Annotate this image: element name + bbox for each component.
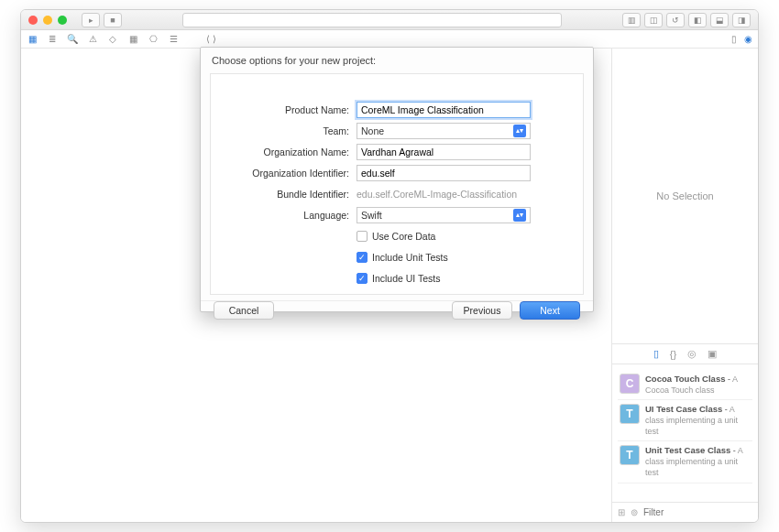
- folder-icon[interactable]: ▦: [27, 34, 38, 44]
- org-name-label: Organization Name:: [225, 147, 349, 157]
- new-project-sheet: Choose options for your new project: Pro…: [200, 47, 594, 312]
- no-selection-label: No Selection: [656, 190, 713, 201]
- sheet-footer: Cancel Previous Next: [201, 300, 593, 320]
- inspector-panel: No Selection ▯ {} ◎ ▣ C Cocoa Touch Clas…: [611, 49, 758, 522]
- minimize-icon[interactable]: [43, 16, 52, 25]
- quick-help-icon[interactable]: ◉: [744, 34, 752, 44]
- org-id-input[interactable]: [357, 165, 531, 181]
- bundle-id-value: edu.self.CoreML-Image-Classification: [357, 189, 517, 200]
- traffic-lights: [28, 16, 67, 25]
- language-select[interactable]: Swift ▴▾: [357, 207, 531, 223]
- team-label: Team:: [225, 125, 349, 136]
- test-icon[interactable]: ◇: [107, 34, 118, 44]
- toolbar: ▦ ≣ 🔍 ⚠ ◇ ▦ ⎔ ☰ ⟨ ⟩ ▯ ◉: [21, 30, 758, 49]
- zoom-icon[interactable]: [58, 16, 67, 25]
- navigator-tabs: ▦ ≣ 🔍 ⚠ ◇ ▦ ⎔ ☰: [27, 34, 179, 44]
- file-template-icon[interactable]: ▯: [653, 348, 659, 360]
- navigator-panel: [21, 49, 159, 522]
- search-icon[interactable]: 🔍: [67, 34, 78, 44]
- object-library-icon[interactable]: ◎: [687, 348, 697, 360]
- team-select[interactable]: None ▴▾: [357, 123, 531, 139]
- library-list: C Cocoa Touch Class - A Cocoa Touch clas…: [612, 364, 758, 502]
- language-value: Swift: [361, 210, 382, 221]
- test-class-icon: T: [620, 404, 640, 424]
- language-label: Language:: [225, 210, 349, 221]
- inspector-empty: No Selection: [612, 49, 758, 344]
- library-tabs: ▯ {} ◎ ▣: [612, 344, 758, 364]
- panel-right-icon[interactable]: ◨: [732, 13, 751, 27]
- close-icon[interactable]: [28, 16, 38, 25]
- xcode-window: ▸ ■ ▥ ◫ ↺ ◧ ⬓ ◨ ▦ ≣ 🔍 ⚠ ◇ ▦ ⎔ ☰ ⟨ ⟩ ▯ ◉: [20, 9, 759, 523]
- product-name-label: Product Name:: [225, 104, 349, 115]
- list-item-title: Unit Test Case Class: [645, 445, 730, 455]
- panel-bottom-icon[interactable]: ⬓: [710, 13, 729, 27]
- sheet-body: Product Name: Team: None ▴▾ Organization…: [210, 73, 584, 295]
- coredata-checkbox[interactable]: [357, 231, 368, 242]
- debug-icon[interactable]: ▦: [127, 34, 138, 44]
- editor-assistant-icon[interactable]: ◫: [644, 13, 663, 27]
- editor-version-icon[interactable]: ↺: [666, 13, 685, 27]
- previous-button[interactable]: Previous: [452, 301, 512, 320]
- run-button[interactable]: ▸: [82, 13, 100, 27]
- filter-input[interactable]: [643, 507, 759, 517]
- class-icon: C: [620, 374, 640, 394]
- activity-view: [182, 13, 562, 27]
- team-value: None: [361, 125, 384, 136]
- ui-tests-label: Include UI Tests: [372, 273, 441, 284]
- jump-bar[interactable]: ⟨ ⟩: [206, 34, 216, 44]
- run-controls: ▸ ■: [82, 13, 122, 27]
- ui-tests-checkbox[interactable]: ✓: [357, 273, 368, 284]
- list-item[interactable]: T UI Test Case Class - A class implement…: [618, 400, 752, 441]
- sheet-title: Choose options for your new project:: [201, 48, 593, 70]
- next-button[interactable]: Next: [520, 301, 580, 320]
- list-item[interactable]: T Unit Test Case Class - A class impleme…: [618, 441, 752, 483]
- filter-icon: ⊚: [631, 507, 638, 517]
- org-id-label: Organization Identifier:: [225, 168, 349, 179]
- media-library-icon[interactable]: ▣: [708, 348, 717, 360]
- list-item-title: Cocoa Touch Class: [645, 374, 725, 384]
- grid-icon[interactable]: ⊞: [618, 507, 625, 517]
- chevron-updown-icon: ▴▾: [513, 125, 526, 137]
- file-inspector-icon[interactable]: ▯: [731, 34, 737, 44]
- unit-tests-checkbox[interactable]: ✓: [357, 252, 368, 263]
- org-name-input[interactable]: [357, 144, 531, 160]
- report-icon[interactable]: ☰: [168, 34, 179, 44]
- titlebar: ▸ ■ ▥ ◫ ↺ ◧ ⬓ ◨: [21, 10, 758, 30]
- cancel-button[interactable]: Cancel: [214, 301, 274, 320]
- stop-button[interactable]: ■: [104, 13, 122, 27]
- list-item-title: UI Test Case Class: [645, 404, 722, 414]
- breakpoint-icon[interactable]: ⎔: [148, 34, 159, 44]
- symbol-icon[interactable]: ≣: [47, 34, 58, 44]
- unit-tests-label: Include Unit Tests: [372, 252, 448, 263]
- editor-standard-icon[interactable]: ▥: [622, 13, 641, 27]
- warning-icon[interactable]: ⚠: [87, 34, 98, 44]
- code-snippet-icon[interactable]: {}: [670, 349, 676, 360]
- coredata-label: Use Core Data: [372, 231, 435, 242]
- product-name-input[interactable]: [357, 102, 531, 118]
- titlebar-right: ▥ ◫ ↺ ◧ ⬓ ◨: [622, 13, 751, 27]
- list-item[interactable]: C Cocoa Touch Class - A Cocoa Touch clas…: [618, 370, 752, 400]
- chevron-updown-icon: ▴▾: [513, 209, 526, 222]
- panel-left-icon[interactable]: ◧: [688, 13, 707, 27]
- library-filter: ⊞ ⊚: [612, 502, 758, 522]
- test-class-icon: T: [620, 445, 640, 465]
- inspector-tabs: ▯ ◉: [731, 34, 752, 44]
- bundle-id-label: Bundle Identifier:: [225, 189, 349, 200]
